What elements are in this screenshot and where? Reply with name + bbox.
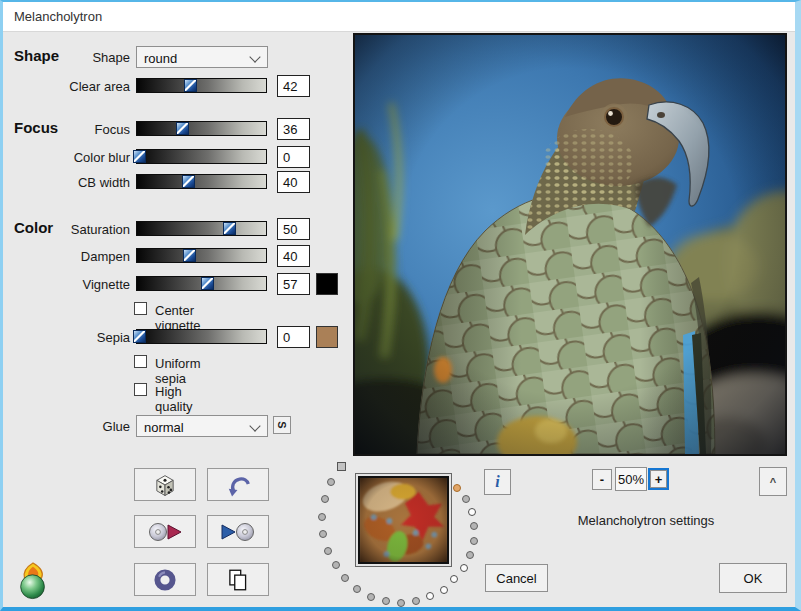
vignette-slider[interactable]: [136, 276, 267, 291]
saturation-label: Saturation: [3, 222, 130, 237]
high-quality-checkbox[interactable]: [134, 383, 147, 396]
sepia-slider[interactable]: [136, 329, 267, 344]
preset-dot[interactable]: [397, 599, 405, 607]
preset-dot[interactable]: [327, 478, 335, 486]
vignette-color-swatch[interactable]: [316, 273, 338, 295]
sepia-value[interactable]: 0: [277, 326, 310, 348]
kea-parrot-preview: [355, 35, 785, 454]
vignette-label: Vignette: [3, 277, 130, 292]
shape-label: Shape: [3, 50, 130, 65]
glue-dropdown[interactable]: normal: [136, 415, 268, 437]
zoom-out-button[interactable]: -: [592, 469, 612, 490]
disc-export-icon: [145, 519, 185, 545]
high-quality-label: High quality: [155, 384, 193, 414]
window-title: Melancholytron: [14, 9, 102, 24]
cb-width-slider[interactable]: [136, 174, 267, 189]
cb-width-slider-thumb[interactable]: [182, 175, 195, 188]
preset-dot[interactable]: [470, 537, 478, 545]
clear-area-label: Clear area: [3, 79, 130, 94]
sepia-slider-thumb[interactable]: [133, 330, 146, 343]
preset-dot[interactable]: [318, 513, 326, 521]
preset-dot[interactable]: [462, 495, 470, 503]
dampen-slider-thumb[interactable]: [183, 249, 196, 262]
preset-dot[interactable]: [460, 564, 468, 572]
chevron-down-icon: [249, 420, 260, 431]
center-vignette-checkbox[interactable]: [134, 302, 147, 315]
documents-icon: [225, 567, 251, 593]
preset-dot[interactable]: [468, 508, 476, 516]
uniform-sepia-checkbox[interactable]: [134, 355, 147, 368]
preset-dot[interactable]: [321, 495, 329, 503]
focus-value[interactable]: 36: [277, 118, 310, 140]
collapse-button[interactable]: ^: [759, 467, 787, 496]
preset-dot[interactable]: [353, 585, 361, 593]
settings-caption: Melancholytron settings: [556, 513, 736, 528]
cb-width-label: CB width: [3, 175, 130, 190]
ok-button[interactable]: OK: [719, 563, 787, 593]
uniform-sepia-label: Uniform sepia: [155, 356, 201, 386]
undo-button[interactable]: [207, 468, 269, 501]
preview-image[interactable]: [353, 33, 787, 456]
load-settings-button[interactable]: [207, 515, 269, 548]
saturation-slider[interactable]: [136, 221, 267, 236]
copy-button[interactable]: [207, 563, 269, 596]
saturation-value[interactable]: 50: [277, 218, 310, 240]
randomize-button[interactable]: [134, 468, 196, 501]
dampen-value[interactable]: 40: [277, 245, 310, 267]
clear-area-slider[interactable]: [136, 78, 267, 93]
preset-dot[interactable]: [332, 561, 340, 569]
title-bar[interactable]: Melancholytron: [3, 2, 795, 32]
color-blur-label: Color blur: [3, 150, 130, 165]
color-blur-slider-thumb[interactable]: [133, 150, 146, 163]
vignette-slider-thumb[interactable]: [201, 277, 214, 290]
shape-dropdown-value: round: [144, 51, 177, 66]
glue-dropdown-value: normal: [144, 420, 184, 435]
preset-dot[interactable]: [440, 586, 448, 594]
disc-import-icon: [218, 519, 258, 545]
reset-button[interactable]: [134, 563, 196, 596]
preset-dot[interactable]: [426, 592, 434, 600]
save-settings-button[interactable]: [134, 515, 196, 548]
dice-icon: [151, 471, 179, 499]
dampen-slider[interactable]: [136, 248, 267, 263]
focus-slider[interactable]: [136, 121, 267, 136]
dampen-label: Dampen: [3, 249, 130, 264]
preset-dot[interactable]: [470, 522, 478, 530]
preset-dot[interactable]: [453, 484, 461, 492]
flame-sphere-icon: [15, 562, 51, 600]
sepia-label: Sepia: [3, 330, 130, 345]
vignette-value[interactable]: 57: [277, 273, 310, 295]
preset-dot[interactable]: [324, 547, 332, 555]
autumn-leaves-thumbnail: [358, 476, 449, 564]
focus-slider-thumb[interactable]: [176, 122, 189, 135]
sepia-color-swatch[interactable]: [316, 326, 338, 348]
preset-dot[interactable]: [341, 574, 349, 582]
glue-label: Glue: [3, 419, 130, 434]
focus-label: Focus: [3, 122, 130, 137]
clear-area-value[interactable]: 42: [277, 75, 310, 97]
melancholytron-dialog: Melancholytron Shape Focus Color Shape r…: [0, 0, 801, 611]
preset-thumbnail[interactable]: [355, 473, 452, 567]
zoom-level-display: 50%: [615, 467, 647, 491]
shape-dropdown[interactable]: round: [136, 46, 268, 68]
zoom-in-button[interactable]: +: [650, 470, 667, 488]
cb-width-value[interactable]: 40: [277, 171, 310, 193]
torus-icon: [152, 567, 178, 593]
chevron-down-icon: [249, 51, 260, 62]
color-blur-slider[interactable]: [136, 149, 267, 164]
preset-dot[interactable]: [382, 597, 390, 605]
preset-dot[interactable]: [450, 575, 458, 583]
s-button[interactable]: S: [273, 416, 291, 434]
flaming-pear-logo[interactable]: [15, 562, 51, 600]
clear-area-slider-thumb[interactable]: [184, 79, 197, 92]
preset-dot[interactable]: [466, 551, 474, 559]
undo-arrow-icon: [225, 472, 251, 498]
color-blur-value[interactable]: 0: [277, 146, 310, 168]
saturation-slider-thumb[interactable]: [223, 222, 236, 235]
preset-slot-square[interactable]: [337, 462, 346, 471]
preset-dot[interactable]: [412, 597, 420, 605]
preset-dot[interactable]: [319, 530, 327, 538]
preset-dot[interactable]: [367, 593, 375, 601]
